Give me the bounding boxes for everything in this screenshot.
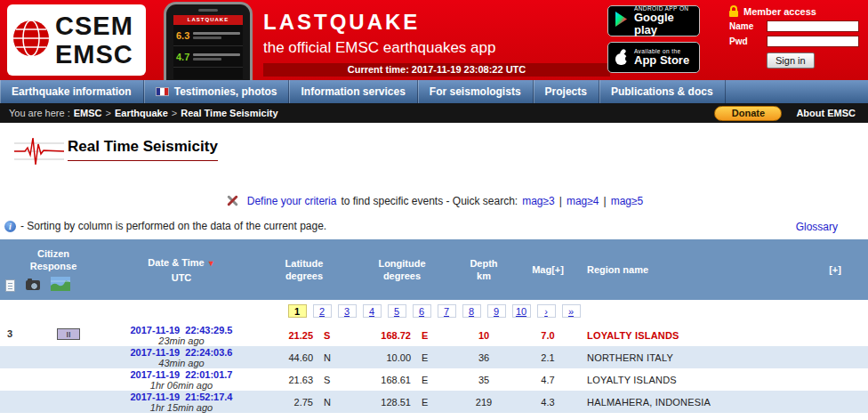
criteria-text: to find specific events - Quick search:: [341, 195, 518, 207]
donate-button[interactable]: Donate: [714, 106, 782, 121]
depth-value: 35: [452, 368, 516, 391]
longitude-value: 10.00: [370, 352, 411, 363]
seismogram-icon: [14, 135, 64, 171]
quick-search-mag3[interactable]: mag≥3: [522, 195, 555, 207]
sort-note: - Sorting by column is performed on the …: [20, 220, 326, 232]
more-cell: [802, 324, 868, 346]
emsc-page: CSEM EMSC LASTQUAKE 6.3 4.7 LASTQUAKE th…: [0, 0, 868, 420]
magnitude-value: 7.0: [516, 324, 580, 346]
region-name: LOYALTY ISLANDS: [580, 368, 802, 391]
lastquake-phone-image: LASTQUAKE 6.3 4.7: [164, 2, 253, 80]
longitude-value: 168.72: [370, 330, 411, 341]
nav-publications-docs[interactable]: Publications & docs: [599, 80, 726, 103]
breadcrumb-prefix: You are here :: [9, 108, 70, 118]
col-header-latitude[interactable]: Latitude degrees: [256, 239, 352, 300]
pwd-input[interactable]: [767, 36, 859, 47]
app-title: LASTQUAKE: [263, 10, 420, 35]
page-9[interactable]: 9: [487, 304, 506, 318]
col-header-longitude[interactable]: Longitude degrees: [352, 239, 452, 300]
table-row: 2017-11-19 21:52:17.4 1hr 15min ago 2.75…: [0, 391, 868, 413]
page-1[interactable]: 1: [288, 304, 307, 318]
region-name: NORTHERN ITALY: [580, 346, 802, 368]
nav-for-seismologists[interactable]: For seismologists: [418, 80, 534, 103]
sort-desc-icon: ▼: [207, 259, 215, 268]
latitude-value: 21.25: [272, 330, 313, 341]
nav-testimonies-photos[interactable]: Testimonies, photos: [144, 80, 290, 103]
page-7[interactable]: 7: [438, 304, 456, 318]
page-8[interactable]: 8: [462, 304, 481, 318]
event-time-ago: 23min ago: [107, 335, 256, 346]
more-cell: [802, 391, 868, 413]
page-next[interactable]: ›: [537, 304, 556, 318]
page-10[interactable]: 10: [512, 304, 531, 318]
emsc-logo[interactable]: CSEM EMSC: [7, 4, 146, 76]
page-2[interactable]: 2: [313, 304, 332, 318]
pagination-row: 1 2 3 4 5 6 7 8 9 10 › »: [0, 300, 868, 324]
nav-information-services[interactable]: Information services: [289, 80, 417, 103]
col-header-region[interactable]: Region name: [580, 239, 802, 300]
event-datetime-link[interactable]: 2017-11-19 22:24:03.6: [131, 347, 233, 358]
region-name: HALMAHERA, INDONESIA: [580, 391, 802, 413]
col-header-date-time[interactable]: Date & Time▼ UTC: [107, 239, 256, 300]
sign-in-button[interactable]: Sign in: [767, 52, 815, 69]
table-row: 2017-11-19 22:01:01.7 1hr 06min ago 21.6…: [0, 368, 868, 391]
col-header-more[interactable]: [+]: [802, 239, 868, 300]
latitude-dir: S: [324, 330, 336, 341]
magnitude-value: 4.3: [516, 391, 580, 413]
quick-search-mag4[interactable]: mag≥4: [567, 195, 599, 207]
globe-logo-icon: [12, 19, 51, 61]
name-input[interactable]: [767, 20, 859, 32]
page-5[interactable]: 5: [388, 304, 406, 318]
map-icon: [51, 277, 70, 294]
depth-value: 10: [452, 324, 516, 346]
main-nav: Earthquake information Testimonies, phot…: [0, 80, 868, 103]
more-cell: [802, 368, 868, 391]
phone-app-banner: LASTQUAKE: [173, 15, 243, 25]
longitude-dir: E: [422, 330, 434, 341]
table-row: 3 II 2017-11-19 22:43:29.5 23min ago 21.…: [0, 324, 868, 346]
col-header-mag[interactable]: Mag[+]: [516, 239, 580, 300]
nav-earthquake-information[interactable]: Earthquake information: [0, 80, 144, 103]
french-flag-icon: [156, 87, 169, 96]
region-name: LOYALTY ISLANDS: [580, 324, 802, 346]
more-cell: [802, 346, 868, 368]
page-3[interactable]: 3: [338, 304, 357, 318]
breadcrumb-bar: You are here : EMSC > Earthquake > Real …: [0, 103, 868, 123]
comments-count[interactable]: 3: [7, 328, 12, 339]
member-access-panel: Member access Name Pwd Sign in: [729, 6, 863, 69]
latitude-value: 44.60: [272, 352, 313, 363]
page-4[interactable]: 4: [363, 304, 382, 318]
define-criteria-link[interactable]: Define your criteria: [247, 195, 337, 207]
phone-screen: LASTQUAKE 6.3 4.7: [173, 15, 243, 79]
tools-icon: [225, 194, 240, 207]
event-datetime-link[interactable]: 2017-11-19 22:43:29.5: [131, 325, 233, 335]
latitude-dir: S: [324, 375, 336, 385]
phone-quake-row: 6.3: [173, 25, 243, 46]
page-last[interactable]: »: [562, 304, 581, 318]
longitude-value: 168.61: [370, 375, 411, 385]
google-play-badge[interactable]: ANDROID APP ON Google play: [607, 5, 700, 36]
about-emsc-link[interactable]: About EMSC: [796, 108, 856, 118]
latitude-value: 21.63: [272, 375, 313, 385]
phone-speaker: [198, 9, 218, 12]
lock-icon: [729, 11, 738, 17]
top-header: CSEM EMSC LASTQUAKE 6.3 4.7 LASTQUAKE th…: [0, 0, 868, 80]
col-header-depth[interactable]: Depth km: [452, 239, 516, 300]
glossary-link[interactable]: Glossary: [796, 221, 838, 233]
criteria-row: Define your criteria to find specific ev…: [0, 194, 868, 207]
intensity-badge[interactable]: II: [57, 328, 80, 340]
col-header-citizen-response[interactable]: Citizen Response: [0, 239, 107, 300]
depth-value: 36: [452, 346, 516, 368]
nav-projects[interactable]: Projects: [534, 80, 599, 103]
page-6[interactable]: 6: [413, 304, 431, 318]
play-icon: [615, 12, 628, 30]
apple-icon: [615, 50, 628, 66]
quick-search-mag5[interactable]: mag≥5: [611, 195, 644, 207]
breadcrumb-earthquake[interactable]: Earthquake: [115, 108, 168, 118]
breadcrumb-emsc[interactable]: EMSC: [74, 108, 102, 118]
event-datetime-link[interactable]: 2017-11-19 22:01:01.7: [131, 369, 233, 380]
earthquake-table: Citizen Response: [0, 239, 868, 413]
event-datetime-link[interactable]: 2017-11-19 21:52:17.4: [131, 392, 233, 402]
app-store-badge[interactable]: Available on the App Store: [607, 42, 700, 73]
current-time: Current time: 2017-11-19 23:08:22 UTC: [263, 63, 610, 77]
